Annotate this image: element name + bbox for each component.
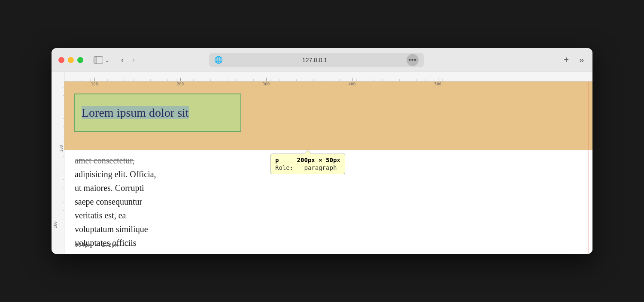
body-text-line5: veritatis est, ea xyxy=(75,211,126,220)
forward-button[interactable]: › xyxy=(130,54,137,66)
tooltip-role: Role: paragraph xyxy=(275,164,340,171)
tooltip-arrow xyxy=(304,150,311,154)
sidebar-toggle-icon xyxy=(94,56,103,64)
browser-window: ⌄ ‹ › 🌐 127.0.0.1 ••• + » 100 xyxy=(52,48,592,254)
element-tooltip: p 200px × 50px Role: paragraph xyxy=(270,154,345,174)
address-bar[interactable]: 🌐 127.0.0.1 ••• xyxy=(209,53,424,67)
extensions-button[interactable]: » xyxy=(577,53,586,66)
text-selection: Lorem ipsum dolor sit xyxy=(82,106,189,119)
strikethrough-text: amet consectetur, xyxy=(75,156,134,165)
ruler-left: 100 xyxy=(52,72,64,254)
title-bar: ⌄ ‹ › 🌐 127.0.0.1 ••• + » xyxy=(52,48,592,72)
dimension-label: 604px × 172px xyxy=(75,242,118,248)
tooltip-tag: p xyxy=(275,157,279,163)
margin-line xyxy=(589,82,589,254)
browser-content: 100 xyxy=(52,72,592,254)
back-button[interactable]: ‹ xyxy=(118,54,126,66)
tooltip-arrow-inner xyxy=(305,150,311,154)
body-text-line6: voluptatum similique xyxy=(75,224,148,234)
tooltip-role-label: Role: xyxy=(275,164,293,171)
nav-buttons: ‹ › xyxy=(118,54,137,66)
orange-section: Lorem ipsum dolor sit xyxy=(64,82,592,150)
heading-text: Lorem ipsum dolor sit xyxy=(82,106,189,120)
add-tab-button[interactable]: + xyxy=(562,53,571,66)
body-text-line3: ut maiores. Corrupti xyxy=(75,183,144,193)
page-area: 100 xyxy=(52,72,592,254)
tooltip-role-value: paragraph xyxy=(304,164,337,171)
maximize-button[interactable] xyxy=(77,57,83,63)
sidebar-toggle[interactable]: ⌄ xyxy=(94,56,110,64)
traffic-lights xyxy=(58,57,83,63)
selected-element[interactable]: Lorem ipsum dolor sit xyxy=(74,94,241,132)
tooltip-dimensions: 200px × 50px xyxy=(297,157,340,163)
minimize-button[interactable] xyxy=(68,57,74,63)
body-text-line2: adipisicing elit. Officia, xyxy=(75,169,156,179)
ruler-top: 100 200 300 400 xyxy=(64,72,592,82)
close-button[interactable] xyxy=(58,57,64,63)
page-content: Lorem ipsum dolor sit amet consectetur, … xyxy=(64,82,592,254)
globe-icon: 🌐 xyxy=(214,56,223,64)
body-text-line4: saepe consequuntur xyxy=(75,197,142,206)
url-text: 127.0.0.1 xyxy=(226,57,403,63)
more-options-button[interactable]: ••• xyxy=(407,54,419,66)
chevron-down-icon: ⌄ xyxy=(105,57,110,63)
toolbar-right: + » xyxy=(562,53,586,66)
tooltip-element-info: p 200px × 50px xyxy=(275,157,340,163)
